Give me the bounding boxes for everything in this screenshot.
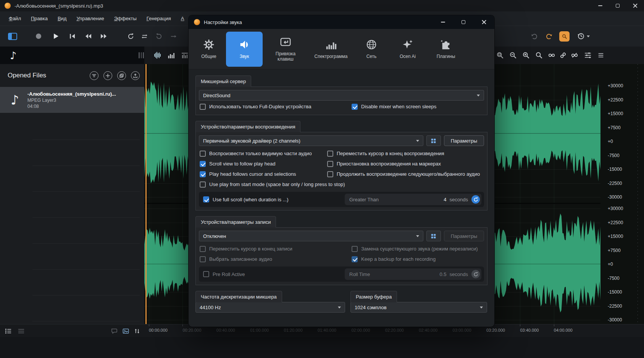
dialog-maximize-button[interactable]	[453, 15, 474, 29]
menu-view[interactable]: Вид	[53, 13, 72, 24]
zoom-in-button[interactable]	[520, 47, 532, 64]
loop-button[interactable]	[124, 26, 137, 47]
checkbox[interactable]	[203, 196, 209, 202]
checkbox-pause-on-markers[interactable]: Приостановка воспроизведения на маркерах	[326, 159, 484, 169]
waveform-view-button[interactable]	[151, 47, 163, 64]
search-button[interactable]	[557, 26, 572, 47]
duration-threshold-field[interactable]: Greater Than 4 seconds	[345, 194, 481, 205]
reset-button[interactable]	[471, 195, 480, 204]
menu-lines-button[interactable]	[595, 47, 607, 64]
checkbox-keep-backup[interactable]: Keep a backup for each recording	[351, 254, 484, 264]
menu-file[interactable]: Файл	[4, 13, 26, 24]
history-button[interactable]	[574, 26, 592, 47]
checkbox-move-cursor-to-end[interactable]: Переместить курсор в конец воспроизведен…	[326, 148, 484, 159]
sidebar-toggle-button[interactable]	[6, 26, 19, 47]
simple-list-button[interactable]	[18, 324, 28, 337]
checkbox[interactable]	[200, 151, 206, 157]
checkbox[interactable]	[200, 104, 206, 110]
repeat-button[interactable]	[138, 26, 150, 47]
playback-params-button[interactable]: Параметры	[444, 135, 484, 146]
unlink-button[interactable]	[569, 47, 580, 64]
section-tab-mixer-server[interactable]: Микшерный сервер	[195, 75, 251, 87]
levels-button[interactable]	[582, 47, 594, 64]
checkbox-playhead-follows-cursor[interactable]: Play head follows cursor and selections	[199, 169, 324, 179]
checkbox[interactable]	[200, 161, 206, 167]
bars-view-button[interactable]	[165, 47, 177, 64]
close-button[interactable]	[626, 0, 644, 11]
recording-device-dropdown[interactable]: Отключен	[199, 231, 423, 241]
checkbox-replace-existing-audio[interactable]: Замена существующего звука (режим переза…	[351, 244, 484, 254]
checkbox-select-recorded-audio[interactable]: Выбрать записанное аудио	[199, 254, 349, 264]
section-tab-buffer-size[interactable]: Размер буфера	[350, 291, 397, 302]
file-list-item[interactable]: ♪ -Алюбовьосенняя_(smyslpesni.ru)... MPE…	[0, 87, 144, 113]
tab-sound[interactable]: Звук	[226, 32, 263, 67]
menu-edit[interactable]: Правка	[26, 13, 53, 24]
play-button[interactable]	[50, 26, 62, 47]
loop-alt-button[interactable]	[153, 26, 165, 47]
checkbox[interactable]	[200, 246, 206, 252]
checkbox-play-from-start-mode[interactable]: Use play from start mode (space bar only…	[199, 179, 484, 189]
menu-effects[interactable]: Эффекты	[109, 13, 142, 24]
minimize-button[interactable]	[591, 0, 609, 11]
checkbox-full-duplex[interactable]: Использовать только Full-Duplex устройст…	[199, 101, 349, 112]
checkbox[interactable]	[352, 104, 358, 110]
checkbox-use-full-scroll[interactable]: Use full scroll (when duration is ...)	[202, 194, 341, 205]
checkbox-disable-mixer[interactable]: Disable mixer when screen sleeps	[351, 101, 484, 112]
field-value[interactable]: 4	[444, 197, 449, 202]
add-file-button[interactable]	[103, 71, 112, 80]
tab-plugins[interactable]: Плагины	[428, 32, 464, 67]
buffer-size-dropdown[interactable]: 1024 сэмплов	[350, 302, 487, 313]
menu-analyze[interactable]: А	[176, 13, 189, 24]
tab-key-bindings[interactable]: Привязка клавиш	[264, 32, 307, 67]
tab-ocen-ai[interactable]: Ocen Ai	[389, 32, 426, 67]
dialog-close-button[interactable]	[474, 15, 494, 29]
checkbox[interactable]	[200, 181, 206, 188]
play-from-cursor-button[interactable]	[167, 26, 179, 47]
sample-rate-dropdown[interactable]: 44100 Hz	[195, 302, 345, 313]
tab-general[interactable]: Общие	[193, 32, 224, 67]
zoom-fit-button[interactable]	[533, 47, 545, 64]
section-tab-sample-rate[interactable]: Частота дискретизации микшера	[195, 291, 282, 302]
duplicate-button[interactable]	[117, 71, 126, 80]
tab-network[interactable]: Сеть	[355, 32, 388, 67]
section-tab-playback[interactable]: Устройство/параметры воспроизведения	[195, 121, 300, 132]
skip-start-button[interactable]	[66, 26, 79, 47]
section-tab-recording[interactable]: Устройства/параметры записи	[195, 216, 276, 228]
playhead-cursor[interactable]	[145, 64, 147, 324]
checkbox[interactable]	[327, 171, 333, 177]
maximize-button[interactable]	[609, 0, 626, 11]
checkbox-move-cursor-end-recording[interactable]: Переместить курсор в конец записи	[199, 244, 349, 254]
checkbox[interactable]	[327, 161, 333, 167]
checkbox[interactable]	[327, 151, 333, 157]
recording-device-grid-button[interactable]	[426, 231, 441, 241]
checkbox-play-visible-only[interactable]: Воспроизвести только видимую части аудио	[199, 148, 324, 159]
comment-button[interactable]	[111, 324, 121, 337]
tab-spectrogram[interactable]: Спектрограмма	[308, 32, 353, 67]
checkbox-pre-roll-active[interactable]: Pre Roll Active	[202, 269, 341, 279]
checkbox[interactable]	[352, 246, 358, 252]
roll-time-field[interactable]: Roll Time 0.5 seconds	[345, 268, 481, 280]
sort-button[interactable]	[134, 324, 144, 337]
rewind-button[interactable]	[82, 26, 95, 47]
fast-forward-button[interactable]	[97, 26, 110, 47]
link-diagonal-button[interactable]	[557, 47, 569, 64]
mixer-server-dropdown[interactable]: DirectSound	[199, 90, 484, 101]
redo-button[interactable]	[543, 26, 555, 47]
detail-list-button[interactable]	[5, 324, 15, 337]
checkbox-scroll-follow-playhead[interactable]: Scroll view to follow play head	[199, 159, 324, 169]
filter-button[interactable]	[90, 71, 98, 80]
record-button[interactable]	[33, 26, 44, 47]
menu-control[interactable]: Управление	[71, 13, 109, 24]
undo-button[interactable]	[528, 26, 541, 47]
dialog-minimize-button[interactable]	[433, 15, 453, 29]
reset-button[interactable]	[471, 270, 480, 278]
checkbox[interactable]	[200, 171, 206, 177]
checkbox[interactable]	[203, 271, 209, 277]
playback-device-dropdown[interactable]: Первичный звуковой драйвер (2 channels)	[199, 135, 423, 146]
link-button[interactable]	[546, 47, 557, 64]
image-button[interactable]	[122, 324, 133, 337]
checkbox[interactable]	[200, 256, 206, 262]
zoom-out-button[interactable]	[507, 47, 519, 64]
menu-generate[interactable]: Генерация	[142, 13, 176, 24]
grip-handle[interactable]	[137, 47, 145, 64]
